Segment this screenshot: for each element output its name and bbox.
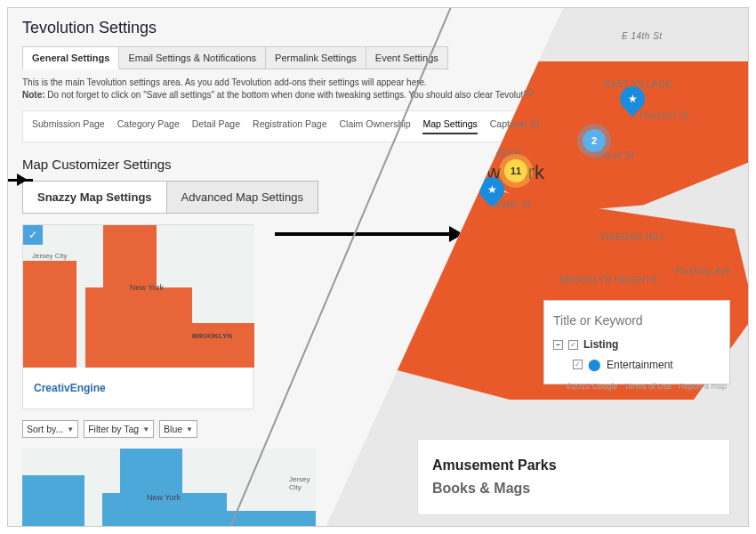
checkbox[interactable] [573, 360, 583, 369]
chevron-down-icon: ▼ [67, 425, 74, 433]
map-style-thumbnail-2[interactable]: New York Jersey City [22, 449, 316, 527]
star-icon: ★ [628, 93, 638, 105]
street-label: Flushing Ave [675, 266, 731, 276]
report-link[interactable]: Report a map [678, 382, 727, 391]
tab-event-settings[interactable]: Event Settings [366, 46, 448, 69]
tab-email-settings[interactable]: Email Settings & Notifications [118, 46, 266, 69]
desc-note-label: Note: [22, 90, 45, 100]
category-item[interactable]: Amusement Parks [432, 454, 715, 477]
street-label: Grand St [595, 150, 634, 160]
selected-check-icon: ✓ [23, 225, 43, 245]
map-style-name: CreativEngine [23, 368, 253, 409]
sectab-advanced-map[interactable]: Advanced Map Settings [166, 181, 318, 214]
sectab-snazzy-map[interactable]: Snazzy Map Settings [22, 181, 167, 214]
pin-icon: ⬤ [588, 358, 601, 371]
map-style-thumbnail: ✓ New York BROOKLYN Jersey City [23, 225, 254, 368]
map-search-panel: Listing ⬤ Entertainment [543, 300, 730, 384]
desc-note-text: Do not forget to click on "Save all sett… [47, 90, 574, 100]
subtab-map-settings[interactable]: Map Settings [422, 118, 477, 134]
listing-label: Listing [583, 338, 618, 351]
subtab-category-page[interactable]: Category Page [117, 118, 180, 134]
star-icon: ★ [487, 183, 497, 196]
subtab-registration-page[interactable]: Registration Page [253, 118, 326, 134]
street-label: E 14th St [622, 31, 663, 41]
collapse-icon[interactable] [553, 340, 563, 350]
chevron-down-icon: ▼ [186, 425, 193, 433]
category-item[interactable]: Books & Mags [432, 477, 715, 500]
sort-select[interactable]: Sort by...▼ [22, 420, 78, 438]
category-label: Entertainment [607, 359, 673, 371]
map-style-card[interactable]: ✓ New York BROOKLYN Jersey City CreativE… [22, 224, 253, 409]
subtab-submission-page[interactable]: Submission Page [32, 118, 105, 134]
category-list: Amusement Parks Books & Mags [417, 439, 730, 515]
filter-tag-select[interactable]: Filter by Tag▼ [84, 420, 154, 438]
chevron-down-icon: ▼ [142, 425, 149, 433]
map-pin[interactable]: ★ [620, 86, 645, 118]
neighborhood-label: BROOKLYN HEIGHTS [559, 275, 657, 285]
tab-general-settings[interactable]: General Settings [22, 46, 119, 69]
search-input[interactable] [553, 310, 720, 335]
map-cluster[interactable]: 11 [504, 159, 527, 182]
map-credits: ©2015 Google Terms of Use Report a map [566, 382, 727, 391]
map-cluster[interactable]: 2 [583, 129, 606, 152]
tab-permalink-settings[interactable]: Permalink Settings [265, 46, 366, 69]
color-select[interactable]: Blue▼ [159, 420, 197, 438]
checkbox[interactable] [568, 340, 578, 350]
arrow-icon [7, 179, 33, 182]
neighborhood-label: VINEGAR HILL [599, 232, 666, 242]
arrow-icon [275, 232, 470, 236]
subtab-detail-page[interactable]: Detail Page [192, 118, 240, 134]
terms-link[interactable]: Terms of Use [624, 382, 672, 391]
